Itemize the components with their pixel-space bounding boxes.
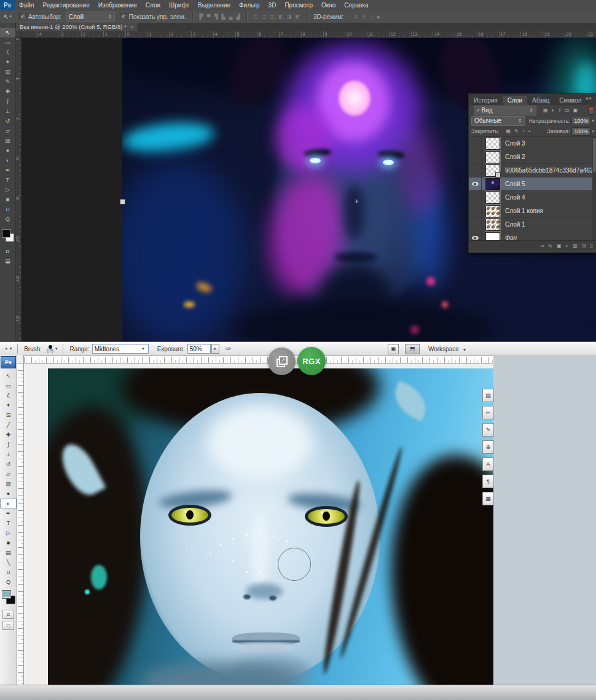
- move-tool-icon[interactable]: ↖: [4, 14, 9, 20]
- tool-move[interactable]: ↖: [0, 371, 17, 381]
- align-icon[interactable]: ▜: [214, 14, 218, 20]
- layer-row[interactable]: Слой 4: [469, 191, 596, 204]
- layer-row[interactable]: Фон: [469, 231, 596, 240]
- distribute-icon[interactable]: ◩: [295, 14, 300, 20]
- visibility-toggle[interactable]: [469, 231, 482, 240]
- screen-mode-button[interactable]: ▢: [2, 621, 14, 630]
- tool-clone-stamp[interactable]: ⊥: [0, 449, 17, 459]
- tool-healing-brush[interactable]: ✚: [0, 87, 15, 96]
- exposure-input[interactable]: 50%: [187, 344, 211, 354]
- filter-kind-icon[interactable]: T: [558, 107, 561, 113]
- layers-footer-icon[interactable]: ◐: [565, 243, 568, 249]
- tool-lasso[interactable]: ζ: [0, 47, 15, 57]
- visibility-toggle[interactable]: [469, 204, 482, 217]
- range-select[interactable]: Midtones▾: [92, 344, 149, 354]
- layer-row[interactable]: Слой 3: [469, 137, 596, 150]
- palette-scissors[interactable]: ✂: [482, 406, 494, 419]
- tool-brush[interactable]: ʃ: [0, 96, 15, 106]
- menu-item[interactable]: Фильтр: [235, 0, 264, 10]
- tool-lasso[interactable]: ζ: [0, 391, 17, 400]
- tool-blur[interactable]: ●: [0, 489, 17, 499]
- filter-toggle-switch[interactable]: [588, 106, 594, 115]
- visibility-toggle[interactable]: [469, 177, 482, 190]
- mode3d-icon[interactable]: ◌: [347, 14, 350, 20]
- distribute-icon[interactable]: ◨: [287, 14, 292, 20]
- palette-character[interactable]: A: [482, 457, 494, 471]
- layer-thumbnail[interactable]: [485, 205, 500, 217]
- quick-mask-button[interactable]: ◘: [0, 246, 15, 256]
- layer-thumbnail[interactable]: [485, 151, 500, 163]
- menu-item[interactable]: Слои: [141, 0, 165, 10]
- close-icon[interactable]: ×: [130, 23, 134, 31]
- tool-shape[interactable]: ■: [0, 195, 15, 204]
- align-icon[interactable]: ▛: [200, 14, 203, 20]
- screen-mode-button[interactable]: ⬓: [0, 256, 15, 266]
- fill-value[interactable]: 100%: [571, 127, 590, 136]
- bridge-icon[interactable]: ⬒: [405, 344, 420, 354]
- color-swatches[interactable]: [0, 589, 17, 608]
- distribute-icon[interactable]: ◧: [278, 14, 283, 20]
- menu-item[interactable]: Редактирование: [39, 0, 94, 10]
- visibility-toggle[interactable]: [469, 191, 482, 204]
- mode3d-icon[interactable]: ◉: [376, 14, 380, 20]
- opacity-value[interactable]: 100%: [571, 117, 590, 125]
- panel-tab[interactable]: Абзац: [527, 96, 554, 105]
- layer-filter-select[interactable]: ⌕Вид⇕: [474, 106, 536, 115]
- airbrush-icon[interactable]: ✑: [225, 345, 231, 353]
- tool-dodge[interactable]: ◐: [0, 155, 15, 165]
- tool-clone-stamp[interactable]: ⊥: [0, 106, 15, 116]
- tool-history-brush[interactable]: ↺: [0, 459, 17, 469]
- tool-healing-brush[interactable]: ✚: [0, 430, 17, 440]
- foreground-color-swatch[interactable]: [2, 229, 10, 238]
- layers-footer-icon[interactable]: fx: [549, 243, 552, 249]
- tool-eraser[interactable]: ▱: [0, 126, 15, 136]
- tool-path-selection[interactable]: ▷: [0, 185, 15, 195]
- tool-move[interactable]: ↖: [0, 28, 15, 37]
- lock-option-icon[interactable]: ✎: [514, 128, 519, 134]
- align-icon[interactable]: ▟: [236, 14, 240, 20]
- tool-zoom[interactable]: Q: [0, 214, 15, 224]
- visibility-toggle[interactable]: [469, 137, 482, 150]
- tool-type[interactable]: T: [0, 175, 15, 185]
- tool-hand[interactable]: ∪: [0, 204, 15, 214]
- tool-path-selection[interactable]: ▷: [0, 528, 17, 538]
- align-icon[interactable]: ▀: [207, 14, 211, 20]
- document-tab[interactable]: Без имени-1 @ 200% (Слой 5, RGB/8) * ×: [15, 23, 138, 31]
- tool-eraser[interactable]: ▱: [0, 469, 17, 479]
- panel-tab[interactable]: Символ: [554, 96, 586, 105]
- tool-hand[interactable]: ∪: [0, 567, 17, 577]
- palette-layer-comps[interactable]: ▦: [482, 492, 494, 505]
- layers-footer-icon[interactable]: ▥: [573, 243, 578, 249]
- chevron-down-icon[interactable]: ▾: [592, 119, 594, 123]
- tool-magic-wand[interactable]: ✦: [0, 57, 15, 67]
- mode3d-icon[interactable]: ◎: [354, 14, 358, 20]
- panel-tab[interactable]: Слои: [503, 96, 527, 105]
- distribute-icon[interactable]: ◫: [262, 14, 267, 20]
- palette-well-icon[interactable]: ▣: [388, 344, 399, 354]
- show-transform-checkbox[interactable]: [120, 13, 127, 20]
- layer-row[interactable]: Слой 1: [469, 218, 596, 231]
- tool-shape[interactable]: ■: [0, 538, 17, 548]
- align-icon[interactable]: ▄: [229, 14, 233, 20]
- layer-row[interactable]: Слой 1 копия: [469, 204, 596, 218]
- transform-handle[interactable]: [120, 199, 125, 204]
- layer-row[interactable]: Слой 5: [469, 177, 596, 191]
- canvas-image-avatar-portrait[interactable]: [48, 368, 493, 685]
- chevron-down-icon[interactable]: ▾: [592, 129, 594, 134]
- visibility-toggle[interactable]: [469, 150, 482, 163]
- menu-item[interactable]: 3D: [264, 0, 281, 10]
- menu-item[interactable]: Справка: [340, 0, 372, 10]
- chevron-down-icon[interactable]: ▾: [55, 346, 58, 351]
- tool-dodge-burn[interactable]: ◐: [0, 499, 17, 508]
- layers-footer-icon[interactable]: ▣: [557, 243, 562, 249]
- tool-marquee[interactable]: ▭: [0, 37, 15, 47]
- chevron-down-icon[interactable]: ▾: [9, 14, 12, 19]
- layer-thumbnail[interactable]: [485, 219, 500, 231]
- palette-clone-source[interactable]: ⊕: [482, 440, 494, 454]
- menu-item[interactable]: Изображение: [94, 0, 141, 10]
- menu-item[interactable]: Выделение: [194, 0, 235, 10]
- lock-option-icon[interactable]: ▦: [506, 128, 511, 134]
- filter-kind-icon[interactable]: ▣: [573, 107, 578, 113]
- quick-mask-button[interactable]: ◘: [2, 610, 14, 619]
- menu-item[interactable]: Просмотр: [280, 0, 317, 10]
